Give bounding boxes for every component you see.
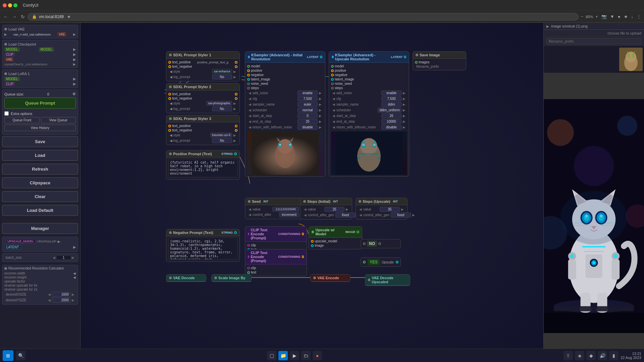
recomm-height-arrow-left[interactable]: ◀ [73,276,76,279]
view-history-button[interactable]: View History [4,125,76,131]
upscale-model-node[interactable]: Upscale w/ Model IMAGE upscale_model [309,226,362,249]
desired-y-label: desiredYSIZE [6,298,47,302]
ku-neg-row: negative [331,73,407,77]
taskbar-file-explorer[interactable]: 📁 [278,351,288,360]
clipspace-button[interactable]: Clipspace [2,177,78,188]
positive-prompt-textarea[interactable]: {futuristic AI cat, half organic half ro… [168,159,237,177]
extra-options-checkbox[interactable] [4,111,9,116]
desired-y-input[interactable] [52,298,70,303]
load-default-button[interactable]: Load Default [2,205,78,216]
clear-button[interactable]: Clear [2,191,78,202]
lora-model-row: MODEL ▶ [4,76,76,81]
manager-button[interactable]: Manager [2,223,78,234]
text-pos-out [235,61,237,64]
address-bar[interactable]: 🔒 vm.local:8189 ★ [28,13,579,20]
desired-y-arrow-right[interactable]: ▶ [72,298,74,302]
vae-decode-node[interactable]: VAE Decode [166,274,206,282]
negative-prompt-node[interactable]: Negative Prompt (Text) STRING (semi-real… [166,229,240,262]
recomm-width-arrow-left[interactable]: ◀ [73,272,76,275]
win-max-btn[interactable] [13,3,17,7]
forward-button[interactable]: → [11,13,18,20]
text-neg-out [235,65,237,68]
start-button[interactable]: ⊞ [3,350,13,361]
upscale-image-in: image [311,244,324,247]
seed-node[interactable]: Seed INT ◀ value 111122223345 ▶ ◀ contro… [245,198,307,219]
upload-link[interactable]: choose file to upload [607,31,641,35]
taskbar-firefox[interactable]: ● [313,351,322,360]
search-taskbar[interactable]: 🔍 [16,351,25,360]
desired-y-arrow-left[interactable]: ◀ [48,298,51,302]
queue-settings-icon[interactable]: ⚙ [72,92,76,96]
browser-actions: − 80% + 📷 ▼ ● ★ ↓ ⋮ [580,13,642,20]
filename-prefix-input[interactable] [546,38,641,44]
queue-prompt-button[interactable]: Queue Prompt [4,98,76,109]
queue-front-button[interactable]: Queue Front [4,117,40,123]
ki-latent-port [247,78,250,81]
s2-port [168,93,171,96]
zoom-in-btn[interactable]: + [594,13,599,20]
yes-node[interactable]: YES Upscale [361,257,401,267]
save-image-node[interactable]: Save Image images filename_prefix [413,51,466,70]
settings-btn[interactable]: ⋮ [636,13,642,20]
load-lora-node: Load LoRA 1 MODEL ▶ CLIP ▶ [2,69,78,88]
taskbar-widgets[interactable]: ▢ [267,351,276,360]
taskbar-network[interactable]: ◆ [586,351,596,360]
sdxl-prompt-styler-1[interactable]: SDXL Prompt Styler 1 text_positive posit… [166,51,240,81]
taskbar-battery[interactable]: ▮ [609,351,619,360]
desired-x-input[interactable] [52,292,70,297]
win-min-btn[interactable] [8,3,12,7]
ksampler-initial[interactable]: KSampler (Advanced) - Initial Resolution… [245,51,325,177]
positive-prompt-node[interactable]: Positive Prompt (Text) STRING {futuristi… [166,150,240,180]
download-btn[interactable]: ↓ [630,13,635,20]
batch-size-val: 1 [56,255,71,260]
steps-up-badge: INT [393,200,398,203]
extensions-btn[interactable]: ▼ [609,13,615,20]
vae-decode-up-dot [368,279,370,281]
taskbar-terminal[interactable]: ▶ [290,351,299,360]
yes-label: YES [368,259,380,265]
sdxl-styler-2-header: SDXL Prompt Styler 2 [166,83,239,90]
taskbar-folder[interactable]: 🗀 [301,351,311,360]
zoom-out-btn[interactable]: − [580,13,585,20]
batch-size-left[interactable]: ◀ [53,256,55,259]
steps-ctrl-row: ◀ control_after_gen fixed ▶ [303,212,350,218]
view-queue-button[interactable]: View Queue [41,117,76,123]
clip-encode-negative[interactable]: CLIP Text Encode (Prompt) CONDITIONING c… [245,249,307,276]
vae-decode-upscaled-node[interactable]: VAE Decode Upscaled [365,274,410,286]
refresh-button[interactable]: Refresh [2,164,78,175]
upscale-image-badge: IMAGE [345,230,356,234]
ki-latent-in: latent_image [247,77,270,81]
favorites-btn[interactable]: ★ [623,13,629,20]
negative-prompt-textarea[interactable]: (semi-realistic, cgi, 2.5d, 3d:1.3), (an… [168,238,237,259]
screenshot-btn[interactable]: 📷 [600,13,608,20]
back-button[interactable]: ← [2,13,9,20]
taskbar-sound[interactable]: 🔊 [598,351,607,360]
taskbar-upcarrot[interactable]: ⇧ [564,351,573,360]
checkpoint-filename-row: crystalClearXL_ccvl.safetensors ▶ [4,62,76,66]
ki-noise-port [247,82,250,85]
no-node[interactable]: NO [361,239,401,248]
string-out-port [234,153,237,155]
steps-upscale-node[interactable]: Steps (Upscale) INT ◀ value 35 ▶ ◀ contr… [356,198,408,220]
sdxl-prompt-styler-3[interactable]: SDXL Prompt Styler 3 text_positive text [166,115,240,145]
desired-x-arrow-left[interactable]: ◀ [48,293,51,296]
win-close-btn[interactable] [3,3,7,7]
taskbar-bluetooth[interactable]: ◈ [575,351,584,360]
desired-x-arrow-right[interactable]: ▶ [72,293,74,296]
canvas-area[interactable]: SDXL Prompt Styler 1 text_positive posit… [80,23,543,359]
ksampler-upscale[interactable]: KSampler (Advanced) - Upscale Resolution… [329,51,409,177]
profile-btn[interactable]: ● [617,13,622,20]
upscale-image-port [311,244,314,247]
vae-encode-node[interactable]: VAE Encode [310,274,351,282]
batch-size-right[interactable]: ▶ [72,256,74,259]
save-button[interactable]: Save [2,136,78,147]
scale-image-node[interactable]: Scale Image By [211,274,252,282]
ksampler-upscale-body: model positive negative [329,63,409,176]
sdxl-prompt-styler-2[interactable]: SDXL Prompt Styler 2 text_positive text [166,83,240,113]
taskbar-clock[interactable]: 13:21 22 Aug 2023 [621,352,641,360]
reload-button[interactable]: ↻ [19,13,26,20]
vae-badge: VAE [57,32,67,37]
load-button[interactable]: Load [2,150,78,161]
steps-up-dot [359,200,361,203]
steps-initial-node[interactable]: Steps (Initial) INT ◀ value 25 ▶ ◀ contr… [300,198,352,220]
